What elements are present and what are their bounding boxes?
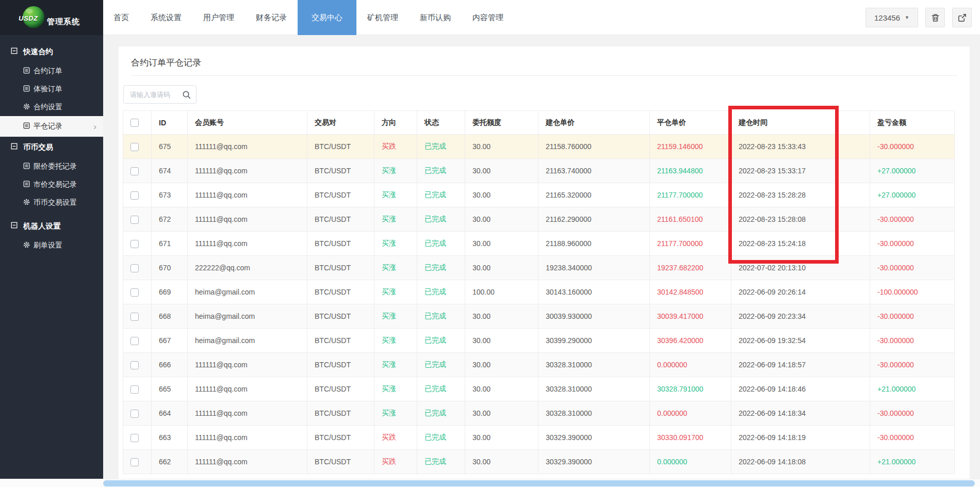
cell-open-time: 2022-08-23 15:28:28 [731, 183, 870, 207]
sidebar-item-market-trade-records[interactable]: 市价交易记录 [0, 175, 103, 193]
collapse-icon [11, 47, 18, 56]
list-icon [23, 163, 30, 171]
cell-status: 已完成 [417, 207, 465, 232]
cell-profit: -30.000000 [870, 135, 955, 159]
nav-tab-system-settings[interactable]: 系统设置 [140, 0, 192, 35]
nav-tab-finance-records[interactable]: 财务记录 [245, 0, 298, 35]
table-row: 666111111@qq.comBTC/USDT买涨已完成30.0030328.… [123, 353, 955, 377]
sidebar-item-coin-trade-settings[interactable]: 币币交易设置 [0, 193, 103, 212]
search-icon[interactable] [182, 90, 191, 102]
cell-id: 672 [152, 207, 188, 232]
cell-profit: -30.000000 [870, 401, 955, 426]
cell-profit: +21.000000 [870, 450, 955, 474]
admin-page: USDZ 管理系统 首页 系统设置 用户管理 财务记录 交易中心 矿机管理 新币… [0, 0, 980, 487]
cell-pair: BTC/USDT [307, 304, 374, 329]
nav-tab-new-coin-subscribe[interactable]: 新币认购 [409, 0, 462, 35]
row-checkbox[interactable] [130, 288, 139, 297]
app-logo: USDZ 管理系统 [0, 0, 103, 35]
cell-status: 已完成 [417, 450, 465, 474]
trash-button[interactable] [925, 8, 945, 27]
cell-status: 已完成 [417, 256, 465, 280]
content-card: 合约订单平仓记录 ID 会员账号 交易对 [119, 46, 970, 479]
sidebar-item-close-position-records[interactable]: 平仓记录 › [0, 116, 103, 137]
cell-amount: 30.00 [465, 401, 538, 426]
row-checkbox[interactable] [130, 410, 139, 418]
table-row: 673111111@qq.comBTC/USDT买涨已完成30.0021165.… [123, 183, 955, 207]
row-checkbox[interactable] [130, 434, 139, 442]
col-id: ID [152, 111, 188, 135]
cell-select [123, 401, 152, 426]
cell-close-price: 0.000000 [650, 450, 731, 474]
table-row: 664111111@qq.comBTC/USDT买涨已完成30.0030328.… [123, 401, 955, 426]
table-row: 675111111@qq.comBTC/USDT买跌已完成30.0021158.… [123, 135, 955, 159]
sidebar-item-limit-order-records[interactable]: 限价委托记录 [0, 157, 103, 175]
sidebar-item-contract-settings[interactable]: 合约设置 [0, 98, 103, 116]
row-checkbox[interactable] [130, 264, 139, 272]
nav-tab-home[interactable]: 首页 [103, 0, 140, 35]
cell-open-time: 2022-06-09 19:32:54 [731, 329, 870, 353]
topbar: USDZ 管理系统 首页 系统设置 用户管理 财务记录 交易中心 矿机管理 新币… [0, 0, 980, 35]
cell-close-price: 21177.700000 [650, 183, 731, 207]
cell-direction: 买涨 [374, 401, 417, 426]
cell-close-price: 30039.417000 [650, 304, 731, 329]
table-row: 672111111@qq.comBTC/USDT买涨已完成30.0021162.… [123, 207, 955, 232]
cell-direction: 买涨 [374, 183, 417, 207]
row-checkbox[interactable] [130, 361, 139, 369]
table-row: 663111111@qq.comBTC/USDT买跌已完成30.0030329.… [123, 426, 955, 450]
select-all-checkbox[interactable] [130, 119, 139, 127]
cell-open-price: 30328.310000 [538, 353, 650, 377]
cell-open-time: 2022-08-23 15:33:17 [731, 159, 870, 183]
table-row: 674111111@qq.comBTC/USDT买涨已完成30.0021163.… [123, 159, 955, 183]
row-checkbox[interactable] [130, 240, 139, 248]
sidebar-section-coin-trade[interactable]: 币币交易 [0, 137, 103, 157]
sidebar-item-contract-orders[interactable]: 合约订单 [0, 62, 103, 80]
row-checkbox[interactable] [130, 216, 139, 224]
nav-tab-content-management[interactable]: 内容管理 [462, 0, 514, 35]
cell-id: 671 [152, 232, 188, 256]
row-checkbox[interactable] [130, 143, 139, 151]
cell-id: 663 [152, 426, 188, 450]
col-open-time: 建仓时间 [731, 111, 870, 135]
sidebar-item-wash-trade-settings[interactable]: 刷单设置 [0, 236, 103, 254]
cell-close-price: 30396.420000 [650, 329, 731, 353]
cell-profit: -30.000000 [870, 207, 955, 232]
cell-pair: BTC/USDT [307, 256, 374, 280]
sidebar-section-quick-contract[interactable]: 快速合约 [0, 41, 103, 62]
sidebar-section-robot-settings[interactable]: 机器人设置 [0, 216, 103, 236]
cell-status: 已完成 [417, 426, 465, 450]
logout-button[interactable] [952, 8, 972, 27]
nav-tab-user-management[interactable]: 用户管理 [192, 0, 245, 35]
col-pair: 交易对 [307, 111, 374, 135]
gear-icon [23, 103, 30, 111]
horizontal-scrollbar-thumb[interactable] [103, 480, 975, 486]
col-close-price: 平仓单价 [650, 111, 731, 135]
row-checkbox[interactable] [130, 313, 139, 321]
row-checkbox[interactable] [130, 385, 139, 394]
row-checkbox[interactable] [130, 167, 139, 175]
row-checkbox[interactable] [130, 337, 139, 345]
cell-direction: 买涨 [374, 377, 417, 401]
cell-pair: BTC/USDT [307, 280, 374, 304]
nav-tab-trade-center[interactable]: 交易中心 [298, 0, 356, 35]
cell-status: 已完成 [417, 329, 465, 353]
cell-open-price: 21158.760000 [538, 135, 650, 159]
invite-code-search [123, 85, 197, 104]
cell-select [123, 159, 152, 183]
logo-title: 管理系统 [47, 17, 80, 27]
cell-amount: 30.00 [465, 353, 538, 377]
sidebar-item-trial-orders[interactable]: 体验订单 [0, 80, 103, 98]
cell-direction: 买涨 [374, 304, 417, 329]
cell-amount: 30.00 [465, 329, 538, 353]
cell-account: 111111@qq.com [188, 207, 307, 232]
cell-open-price: 21162.290000 [538, 207, 650, 232]
cell-select [123, 450, 152, 474]
row-checkbox[interactable] [130, 458, 139, 466]
cell-account: 111111@qq.com [188, 183, 307, 207]
nav-tab-miner-management[interactable]: 矿机管理 [356, 0, 409, 35]
cell-select [123, 207, 152, 232]
account-dropdown[interactable]: 123456 ▼ [865, 8, 918, 27]
cell-pair: BTC/USDT [307, 135, 374, 159]
trash-icon [930, 13, 940, 23]
cell-account: heima@gmail.com [188, 280, 307, 304]
row-checkbox[interactable] [130, 191, 139, 200]
